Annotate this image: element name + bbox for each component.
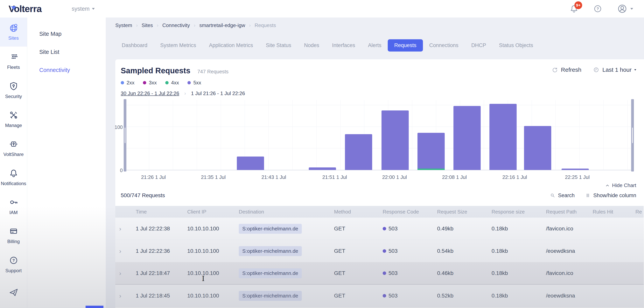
row-expander[interactable]: › <box>115 248 132 255</box>
row-expander[interactable]: › <box>115 225 132 232</box>
chart-bar-21:50[interactable] <box>309 168 336 170</box>
search-button[interactable]: Search <box>550 192 575 198</box>
chart-bar-22:15[interactable] <box>490 104 517 170</box>
sub-sidebar-item-site-list[interactable]: Site List <box>27 43 106 61</box>
destination-badge[interactable]: S:optiker-michelmann.de <box>239 246 302 256</box>
mouse-cursor: I <box>202 274 204 282</box>
sidebar-item-voltshare[interactable]: VoltShare <box>0 134 27 163</box>
destination-badge[interactable]: S:optiker-michelmann.de <box>239 224 302 234</box>
tab-alerts[interactable]: Alerts <box>362 39 388 52</box>
table-row[interactable]: ›1 Jul 22:18:4710.10.10.100S:optiker-mic… <box>115 262 644 285</box>
breadcrumb-item[interactable]: Sites <box>142 22 153 28</box>
status-dot-icon <box>383 249 386 253</box>
tab-interfaces[interactable]: Interfaces <box>326 39 362 52</box>
bottom-blue-bar <box>86 306 104 308</box>
sidebar-item-billing[interactable]: Billing <box>0 221 27 250</box>
breadcrumb-item[interactable]: System <box>115 22 132 28</box>
user-menu[interactable] <box>617 3 633 14</box>
row-expander[interactable]: › <box>115 292 132 300</box>
cell-destination: S:optiker-michelmann.de <box>235 291 330 301</box>
legend-item-2xx[interactable]: 2xx <box>121 80 134 86</box>
cell-time: 1 Jul 22:22:36 <box>132 248 183 254</box>
tab-dhcp[interactable]: DHCP <box>465 39 493 52</box>
table-summary: 500/747 Requests <box>121 192 165 198</box>
app-body: SitesFleetsSecurityManageVoltShareNotifi… <box>0 18 644 308</box>
column-header-rules-hit[interactable]: Rules Hit <box>589 209 632 215</box>
chart-plot-area[interactable] <box>125 100 632 170</box>
column-header-response-code[interactable]: Response Code <box>379 209 433 215</box>
search-icon <box>550 192 556 198</box>
sidebar-item-sites[interactable]: Sites <box>0 18 27 46</box>
cell-response-size: 0.18kb <box>488 270 542 276</box>
column-header-request-size[interactable]: Request Size <box>433 209 488 215</box>
sidebar-item-iam[interactable]: IAM <box>0 192 27 221</box>
tab-nodes[interactable]: Nodes <box>298 39 326 52</box>
notifications-bell-button[interactable]: 9+ <box>569 4 579 14</box>
tab-site-status[interactable]: Site Status <box>260 39 298 52</box>
sidebar-item-notifications[interactable]: Notifications <box>0 163 27 192</box>
cell-request-path: /eoewdksna <box>542 248 589 254</box>
legend-item-3xx[interactable]: 3xx <box>143 80 156 86</box>
chart-bar-22:20[interactable] <box>524 126 551 170</box>
help-button[interactable]: ? <box>593 4 602 14</box>
table-row[interactable]: ›1 Jul 22:22:3610.10.10.100S:optiker-mic… <box>115 240 644 262</box>
table-row[interactable]: ›1 Jul 22:18:4510.10.10.100S:optiker-mic… <box>115 285 644 307</box>
chart-bar-21:55[interactable] <box>345 134 372 170</box>
showhide-column-button[interactable]: Show/hide column <box>585 192 636 198</box>
chart-bar-21:40[interactable] <box>237 156 264 170</box>
brand-logo[interactable]: Volterra <box>8 4 42 14</box>
sidebar-item-manage[interactable]: Manage <box>0 104 27 134</box>
column-header-request-path[interactable]: Request Path <box>542 209 589 215</box>
tab-system-metrics[interactable]: System Metrics <box>154 39 202 52</box>
legend-item-5xx[interactable]: 5xx <box>188 80 201 86</box>
column-header-method[interactable]: Method <box>330 209 379 215</box>
key-icon <box>9 197 18 208</box>
row-expander[interactable]: › <box>115 270 132 277</box>
refresh-icon <box>551 66 558 73</box>
sidebar-item-fleets[interactable]: Fleets <box>0 46 27 76</box>
column-header-destination[interactable]: Destination <box>235 209 330 215</box>
tenant-switcher[interactable]: system <box>72 6 95 12</box>
x-axis-tick-label: 22:16 1 Jul <box>502 174 527 180</box>
time-range-dropdown[interactable]: Last 1 hour <box>593 66 636 73</box>
tab-status-objects[interactable]: Status Objects <box>492 39 540 52</box>
chart-bar-22:05[interactable] <box>418 133 445 170</box>
hide-chart-label: Hide Chart <box>612 182 636 188</box>
chart-brush-handle-left[interactable] <box>124 99 126 172</box>
tab-application-metrics[interactable]: Application Metrics <box>202 39 260 52</box>
legend-dot-icon <box>165 81 168 84</box>
column-header-re[interactable]: Re <box>632 209 644 215</box>
column-header-client-ip[interactable]: Client IP <box>183 209 235 215</box>
clock-icon <box>593 66 600 73</box>
destination-badge[interactable]: S:optiker-michelmann.de <box>239 268 302 278</box>
refresh-button[interactable]: Refresh <box>551 66 582 73</box>
cell-time: 1 Jul 22:22:38 <box>132 226 183 232</box>
sub-sidebar-item-site-map[interactable]: Site Map <box>27 25 106 43</box>
column-header-time[interactable]: Time <box>132 209 183 215</box>
showhide-label: Show/hide column <box>593 192 636 198</box>
chart-bar-22:00[interactable] <box>382 110 409 170</box>
icon-sidebar: SitesFleetsSecurityManageVoltShareNotifi… <box>0 18 27 308</box>
legend-label: 2xx <box>126 80 134 86</box>
hide-chart-button[interactable]: Hide Chart <box>121 182 636 188</box>
table-row[interactable]: ›1 Jul 22:22:3810.10.10.100S:optiker-mic… <box>115 218 644 240</box>
breadcrumb-item[interactable]: Connectivity <box>162 22 190 28</box>
sidebar-item-support[interactable]: ?Support <box>0 250 27 279</box>
destination-badge[interactable]: S:optiker-michelmann.de <box>239 291 302 301</box>
topbar: Volterra system 9+ ? <box>0 0 644 18</box>
chart-brush-handle-right[interactable] <box>631 99 634 172</box>
column-header-response-size[interactable]: Response size <box>488 209 542 215</box>
chart-bar-22:10[interactable] <box>454 106 481 170</box>
tab-connections[interactable]: Connections <box>423 39 465 52</box>
sidebar-item-bottom-partial[interactable] <box>0 279 27 308</box>
tab-dashboard[interactable]: Dashboard <box>115 39 154 52</box>
sidebar-item-security[interactable]: Security <box>0 76 27 104</box>
tab-requests[interactable]: Requests <box>388 39 423 52</box>
sub-sidebar-item-connectivity[interactable]: Connectivity <box>27 61 106 79</box>
sidebar-item-label: Fleets <box>7 64 20 70</box>
time-range-link[interactable]: 30 Jun 22:26 - 1 Jul 22:26 <box>121 90 179 96</box>
chart-bar-22:25[interactable] <box>562 168 589 170</box>
legend-item-4xx[interactable]: 4xx <box>165 80 179 86</box>
time-range-label: Last 1 hour <box>602 66 632 73</box>
breadcrumb-item[interactable]: smartretail-edge-igw <box>199 22 245 28</box>
